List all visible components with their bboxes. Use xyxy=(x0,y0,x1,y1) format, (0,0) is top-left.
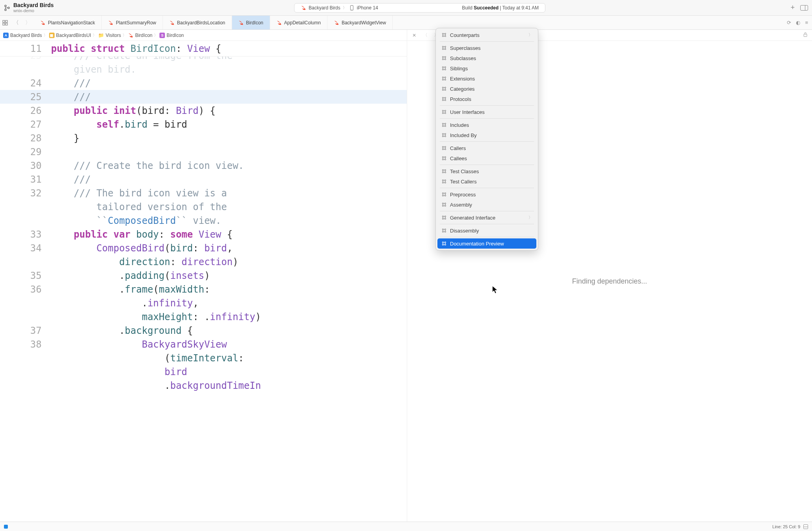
assistant-jump-bar[interactable]: ✕ 〈 〉 t (Interface) 〉 No Selection Count… xyxy=(407,30,812,40)
menu-item[interactable]: User Interfaces xyxy=(437,107,536,117)
related-items-button[interactable] xyxy=(0,16,10,29)
assistant-back-button[interactable]: 〈 xyxy=(421,31,429,39)
code-line[interactable]: 24 /// xyxy=(0,76,407,90)
breadcrumb-label: Backyard Birds xyxy=(10,33,42,38)
nav-back-button[interactable]: 〈 xyxy=(10,16,22,29)
code-line[interactable]: direction: direction) xyxy=(0,255,407,269)
breadcrumb-label: Visitors xyxy=(106,33,121,38)
code-line[interactable]: 32 /// The bird icon view is a xyxy=(0,186,407,200)
code-line[interactable]: 27 self.bird = bird xyxy=(0,117,407,131)
filter-icon[interactable] xyxy=(4,525,8,529)
editor-tab[interactable]: PlantsNavigationStack xyxy=(34,16,102,29)
activity-viewer[interactable]: Backyard Birds 〉 iPhone 14 Build Succeed… xyxy=(294,3,545,13)
menu-item[interactable]: Siblings xyxy=(437,63,536,73)
menu-item[interactable]: Test Callers xyxy=(437,176,536,187)
editor-options-icon[interactable]: ≡ xyxy=(805,20,808,26)
code-line[interactable]: given bird. xyxy=(0,62,407,76)
lock-icon[interactable] xyxy=(803,32,808,38)
code-line[interactable]: 26 public init(bird: Bird) { xyxy=(0,104,407,117)
menu-item[interactable]: Generated Interface〉 xyxy=(437,212,536,223)
editor-tab[interactable]: BirdIcon xyxy=(232,16,270,29)
refresh-icon[interactable]: ⟳ xyxy=(787,20,791,26)
menu-item[interactable]: Extensions xyxy=(437,73,536,84)
code-line[interactable]: 29 xyxy=(0,145,407,159)
svg-point-47 xyxy=(445,134,446,135)
toggle-right-panel-button[interactable] xyxy=(800,5,808,11)
code-line[interactable]: 36 .frame(maxWidth: xyxy=(0,282,407,296)
project-info[interactable]: Backyard Birds wnix-demo xyxy=(13,2,54,13)
code-body[interactable]: 23 /// Create an image from the given bi… xyxy=(0,57,407,522)
code-text: } xyxy=(51,133,79,144)
svg-point-45 xyxy=(445,126,446,127)
code-line[interactable]: (timeInterval: xyxy=(0,351,407,365)
code-line[interactable]: 31 /// xyxy=(0,172,407,186)
menu-item[interactable]: Preprocess xyxy=(437,189,536,200)
menu-item-label: Includes xyxy=(450,122,469,128)
code-line[interactable]: tailored version of the xyxy=(0,200,407,214)
code-text: ``ComposedBird`` view. xyxy=(51,215,221,226)
code-line[interactable]: 25 /// xyxy=(0,90,407,104)
related-icon xyxy=(441,156,447,161)
breadcrumb-segment[interactable]: 📁Visitors xyxy=(98,33,121,38)
svg-point-40 xyxy=(443,113,444,114)
editor-tab[interactable]: AppDetailColumn xyxy=(270,16,327,29)
source-control-icon xyxy=(4,5,10,11)
menu-item[interactable]: Callers xyxy=(437,143,536,153)
related-icon xyxy=(441,145,447,151)
nav-forward-button[interactable]: 〉 xyxy=(22,16,34,29)
related-icon xyxy=(441,192,447,197)
chevron-right-icon: 〉 xyxy=(154,33,158,38)
code-line[interactable]: ``ComposedBird`` view. xyxy=(0,214,407,227)
add-button[interactable]: + xyxy=(790,4,795,12)
code-line[interactable]: 34 ComposedBird(bird: bird, xyxy=(0,241,407,255)
menu-item[interactable]: Included By xyxy=(437,130,536,140)
svg-rect-6 xyxy=(5,20,7,22)
editor-tab[interactable]: PlantSummaryRow xyxy=(102,16,163,29)
adjust-icon[interactable]: ◐ xyxy=(796,20,800,26)
code-line[interactable]: 23 /// Create an image from the xyxy=(0,57,407,62)
code-line[interactable]: 33 public var body: some View { xyxy=(0,227,407,241)
code-line[interactable]: maxHeight: .infinity) xyxy=(0,310,407,324)
svg-point-43 xyxy=(445,123,446,125)
branch-name: wnix-demo xyxy=(13,8,54,13)
breadcrumb-segment[interactable]: ABackyard Birds xyxy=(3,33,42,38)
source-editor[interactable]: 11 public struct BirdIcon: View { 23 ///… xyxy=(0,41,407,522)
code-text: .backgroundTimeIn xyxy=(51,380,261,391)
svg-point-68 xyxy=(443,195,444,196)
menu-item[interactable]: Categories xyxy=(437,84,536,94)
menu-item[interactable]: Documentation Preview xyxy=(437,238,536,249)
code-line[interactable]: 28 } xyxy=(0,131,407,145)
menu-item[interactable]: Includes xyxy=(437,120,536,130)
code-line[interactable]: 38 BackyardSkyView xyxy=(0,337,407,351)
code-line[interactable]: 35 .padding(insets) xyxy=(0,269,407,282)
breadcrumb-segment[interactable]: SBirdIcon xyxy=(159,33,184,38)
gutter-line-number: 31 xyxy=(0,174,51,185)
related-icon xyxy=(441,76,447,81)
svg-point-84 xyxy=(443,244,444,245)
close-assistant-button[interactable]: ✕ xyxy=(410,31,418,39)
menu-item[interactable]: Counterparts〉 xyxy=(437,30,536,40)
editor-tab[interactable]: BackyardBirdsLocation xyxy=(163,16,232,29)
menu-item[interactable]: Callees xyxy=(437,153,536,163)
code-line[interactable]: bird xyxy=(0,365,407,379)
editor-tab[interactable]: BackyardWidgetView xyxy=(327,16,393,29)
code-line[interactable]: .infinity, xyxy=(0,296,407,310)
menu-item[interactable]: Disassembly xyxy=(437,225,536,236)
menu-item[interactable]: Protocols xyxy=(437,94,536,104)
menu-item[interactable]: Assembly xyxy=(437,200,536,210)
svg-point-52 xyxy=(443,149,444,150)
menu-item[interactable]: Superclasses xyxy=(437,43,536,53)
menu-item[interactable]: Test Classes xyxy=(437,166,536,176)
primary-jump-bar[interactable]: ABackyard Birds〉▦BackyardBirdsUI〉📁Visito… xyxy=(0,30,407,40)
svg-point-46 xyxy=(443,134,444,135)
code-line[interactable]: 37 .background { xyxy=(0,324,407,337)
related-icon xyxy=(441,109,447,115)
minimap-toggle-icon[interactable] xyxy=(803,524,808,529)
menu-item[interactable]: Subclasses xyxy=(437,53,536,63)
gutter-line-number: 27 xyxy=(0,119,51,130)
breadcrumb-segment[interactable]: BirdIcon xyxy=(128,33,152,38)
breadcrumb-segment[interactable]: ▦BackyardBirdsUI xyxy=(49,33,91,38)
code-line[interactable]: 30 /// Create the bird icon view. xyxy=(0,159,407,172)
code-line[interactable]: .backgroundTimeIn xyxy=(0,379,407,392)
related-items-menu[interactable]: Counterparts〉SuperclassesSubclassesSibli… xyxy=(435,28,538,251)
